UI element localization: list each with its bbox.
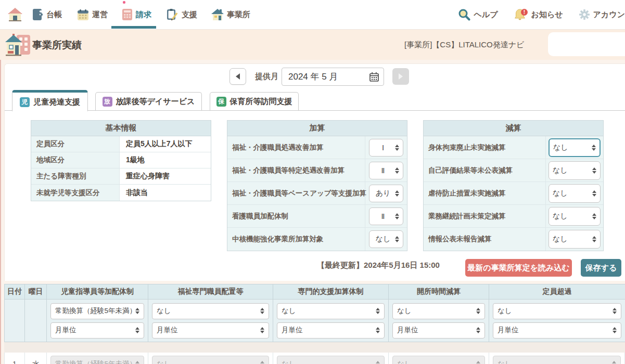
row-value: 重症心身障害 [120,168,211,184]
page-title-icon [5,34,31,57]
addition-select-3[interactable]: Ⅱ [369,207,403,225]
tab-badge: 放 [103,97,112,107]
bulk-select-welfare[interactable]: なし [152,303,269,319]
basic-info-title: 基本情報 [31,121,211,136]
prev-month-button[interactable] [229,68,246,85]
addition-select-1[interactable]: Ⅱ [369,162,403,179]
caret-icon [260,308,264,314]
col-header-hours: 開所時間減算 [389,284,489,299]
left-arrow-icon [236,73,240,80]
basic-info-row: 定員区分 定員5人以上7人以下 [31,136,211,152]
caret-icon [395,145,399,151]
account-button[interactable]: アカウン [579,9,625,20]
nav-item-office[interactable]: 事業所 [211,0,256,29]
page-title: 事業所実績 [32,38,82,52]
table-gap [4,342,625,353]
caret-icon [395,213,399,219]
bell-icon: ! [514,8,528,21]
row-value: 1級地 [120,152,211,168]
calendar-icon [77,9,89,21]
month-value: 2024 年 5 月 [288,71,369,83]
subtraction-select-4[interactable]: なし [549,230,601,249]
nav-item-support[interactable]: 支援 [167,0,211,29]
bulk-select-capacity[interactable]: なし [493,303,621,319]
tab-nursery-visit[interactable]: 保 保育所等訪問支援 [210,92,299,111]
notice-button[interactable]: ! お知らせ [514,8,563,21]
additions-row: 看護職員加配体制 Ⅱ [227,205,407,228]
daily-table-header: 日付 曜日 児童指導員等加配体制 福祉専門職員配置等 専門的支援加算体制 開所時… [4,284,625,300]
row-label: 福祉・介護職員等ベースアップ等支援加算 [227,182,365,204]
tab-afterschool-dayservice[interactable]: 放 放課後等デイサービス [95,92,202,111]
day1-select-hours[interactable]: なし [392,356,485,364]
caret-icon [376,361,380,364]
caret-icon [395,190,399,197]
row-value: 非該当 [120,185,211,201]
bulk-select-staffing[interactable]: 常勤換算（経験5年未満） [50,303,144,319]
caret-icon [476,327,480,333]
caret-icon [135,308,139,314]
col-header-specialist: 専門的支援加算体制 [273,284,389,299]
day1-select-welfare[interactable]: なし [152,356,269,364]
basic-info-row: 地域区分 1級地 [31,152,211,168]
additions-row: 福祉・介護職員等特定処遇改善加算 Ⅱ [227,159,407,182]
main-content: 提供月 2024 年 5 月 児 児童発達支援 放 放課後等デイサービス 保 保… [4,63,625,281]
nav-item-billing[interactable]: 請求 [122,0,167,29]
addition-select-4[interactable]: なし [369,230,403,248]
day1-select-capacity[interactable]: なし [493,356,621,364]
caret-icon [260,327,264,333]
caret-icon [592,236,596,242]
bulk-unit-capacity[interactable]: 月単位 [493,322,621,339]
bulk-unit-specialist[interactable]: 月単位 [277,322,385,339]
row-label: 身体拘束廃止未実施減算 [424,136,546,159]
caret-icon [135,361,139,364]
save-button[interactable]: 保存する [581,259,621,277]
bulk-unit-hours[interactable]: 月単位 [392,322,485,339]
bulk-select-hours[interactable]: なし [392,303,485,319]
bulk-unit-welfare[interactable]: 月単位 [152,322,269,339]
additions-title: 加算 [227,121,407,136]
subtractions-row: 業務継続計画未策定減算 なし [424,205,603,228]
row-label: 情報公表未報告減算 [424,228,546,251]
tab-child-development[interactable]: 児 児童発達支援 [12,90,88,111]
row-label: 地域区分 [31,152,120,168]
svg-text:!: ! [523,9,525,15]
bulk-select-specialist[interactable]: なし [277,303,385,319]
load-latest-button[interactable]: 最新の事業所算定を読み込む [465,259,572,277]
nav-item-operations[interactable]: 運営 [77,0,122,29]
caret-icon [476,308,480,314]
daily-table: 日付 曜日 児童指導員等加配体制 福祉専門職員配置等 専門的支援加算体制 開所時… [4,284,625,364]
addition-select-0[interactable]: Ⅰ [369,139,403,157]
help-search-icon [458,8,470,21]
calendar-picker-icon [369,72,379,82]
additions-row: 中核機能強化事業所加算対象 なし [227,228,407,251]
subtraction-select-1[interactable]: なし [549,161,601,180]
pink-dot-marker [123,1,125,4]
nav-item-label: 事業所 [227,10,250,20]
right-arrow-icon [399,73,403,80]
addition-select-2[interactable]: あり [369,185,403,202]
day1-select-staffing[interactable]: 常勤換算（経験5年未満） [50,356,144,364]
tab-label: 保育所等訪問支援 [230,97,292,107]
nav-item-ledger[interactable]: 台帳 [32,0,77,29]
month-input[interactable]: 2024 年 5 月 [282,68,384,86]
basic-info-row: 主たる障害種別 重症心身障害 [31,168,211,185]
additions-panel: 加算 福祉・介護職員処遇改善加算 Ⅰ 福祉・介護職員等特定処遇改善加算 Ⅱ 福祉… [227,120,407,251]
basic-info-row: 未就学児等支援区分 非該当 [31,185,211,201]
day1-select-specialist[interactable]: なし [277,356,385,364]
day-weekday: 水 [25,353,47,364]
help-button[interactable]: ヘルプ [458,8,498,21]
caret-icon [476,361,480,364]
office-selector[interactable] [548,32,625,56]
caret-icon [613,327,617,333]
caret-icon [395,236,399,242]
tab-label: 放課後等デイサービス [116,97,195,107]
row-label: 主たる障害種別 [31,168,120,184]
subtraction-select-3[interactable]: なし [549,207,601,226]
subtraction-select-0[interactable]: なし [549,138,601,157]
col-header-date: 日付 [4,284,25,299]
subtraction-select-2[interactable]: なし [549,184,601,203]
next-month-button[interactable] [392,68,409,85]
additions-row: 福祉・介護職員処遇改善加算 Ⅰ [227,136,407,159]
bulk-unit-staffing[interactable]: 月単位 [50,322,144,339]
home-button[interactable] [6,6,24,23]
